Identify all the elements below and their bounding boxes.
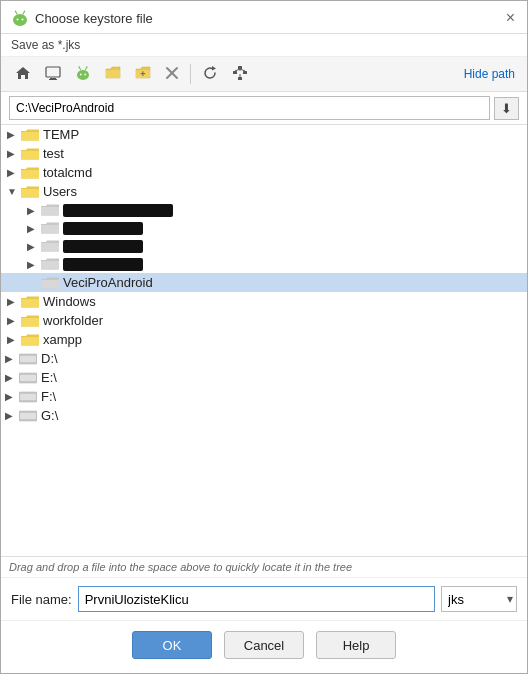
svg-rect-37 xyxy=(21,189,39,198)
filename-input[interactable] xyxy=(78,586,435,612)
tree-item-user2[interactable]: ▶ xyxy=(1,219,527,237)
delete-button[interactable] xyxy=(159,62,185,86)
svg-rect-34 xyxy=(21,132,39,141)
android-button[interactable] xyxy=(69,61,97,87)
svg-point-14 xyxy=(80,74,82,76)
tree-label-veciproandroid: VeciProAndroid xyxy=(63,275,153,290)
network-button[interactable] xyxy=(226,61,254,87)
folder-icon-workfolder xyxy=(21,314,39,328)
tree-item-test[interactable]: ▶ test xyxy=(1,144,527,163)
tree-arrow-windows: ▶ xyxy=(7,296,21,307)
folder-icon-xampp xyxy=(21,333,39,347)
tree-arrow-d: ▶ xyxy=(5,353,19,364)
tree-label-windows: Windows xyxy=(43,294,96,309)
tree-item-totalcmd[interactable]: ▶ totalcmd xyxy=(1,163,527,182)
refresh-icon xyxy=(202,65,218,81)
path-bar: ⬇ xyxy=(1,92,527,125)
folder-button[interactable] xyxy=(99,61,127,87)
svg-point-2 xyxy=(17,19,19,21)
cancel-button[interactable]: Cancel xyxy=(224,631,304,659)
tree-label-user2 xyxy=(63,222,143,235)
svg-rect-47 xyxy=(20,356,36,362)
svg-rect-51 xyxy=(20,394,36,400)
tree-arrow-g: ▶ xyxy=(5,410,19,421)
tree-item-g[interactable]: ▶ G:\ xyxy=(1,406,527,425)
tree-item-temp[interactable]: ▶ TEMP xyxy=(1,125,527,144)
drag-hint: Drag and drop a file into the space abov… xyxy=(1,557,527,578)
delete-icon xyxy=(165,66,179,80)
title-bar-left: Choose keystore file xyxy=(11,9,153,27)
svg-rect-49 xyxy=(20,375,36,381)
ok-button[interactable]: OK xyxy=(132,631,212,659)
extension-wrapper: jks keystore bks xyxy=(441,586,517,612)
path-input[interactable] xyxy=(9,96,490,120)
choose-keystore-dialog: Choose keystore file × Save as *.jks xyxy=(0,0,528,674)
folder-icon-windows xyxy=(21,295,39,309)
svg-rect-27 xyxy=(233,71,237,74)
close-button[interactable]: × xyxy=(504,10,517,26)
svg-rect-29 xyxy=(238,77,242,80)
new-folder-button[interactable]: + xyxy=(129,61,157,87)
svg-point-3 xyxy=(22,19,24,21)
svg-rect-45 xyxy=(21,337,39,346)
svg-rect-1 xyxy=(15,17,25,24)
tree-arrow-veciproandroid: ▶ xyxy=(27,277,41,288)
svg-point-6 xyxy=(15,10,17,12)
drive-icon-e xyxy=(19,371,37,385)
tree-item-d[interactable]: ▶ D:\ xyxy=(1,349,527,368)
folder-icon-veciproandroid xyxy=(41,276,59,290)
extension-select[interactable]: jks keystore bks xyxy=(441,586,517,612)
computer-button[interactable] xyxy=(39,61,67,87)
svg-rect-44 xyxy=(21,318,39,327)
folder-icon-users xyxy=(21,185,39,199)
svg-rect-53 xyxy=(20,413,36,419)
svg-point-7 xyxy=(24,10,26,12)
path-download-button[interactable]: ⬇ xyxy=(494,97,519,120)
tree-item-veciproandroid[interactable]: ▶ VeciProAndroid xyxy=(1,273,527,292)
drive-icon-d xyxy=(19,352,37,366)
tree-arrow-totalcmd: ▶ xyxy=(7,167,21,178)
tree-item-e[interactable]: ▶ E:\ xyxy=(1,368,527,387)
svg-rect-38 xyxy=(41,207,59,216)
svg-marker-25 xyxy=(212,66,216,71)
tree-label-f: F:\ xyxy=(41,389,56,404)
svg-rect-43 xyxy=(21,299,39,308)
home-icon xyxy=(15,65,31,81)
tree-arrow-temp: ▶ xyxy=(7,129,21,140)
svg-line-31 xyxy=(235,69,240,71)
folder-icon-totalcmd xyxy=(21,166,39,180)
svg-point-18 xyxy=(78,66,79,67)
action-row: OK Cancel Help xyxy=(1,621,527,673)
tree-item-workfolder[interactable]: ▶ workfolder xyxy=(1,311,527,330)
svg-rect-35 xyxy=(21,151,39,160)
svg-line-17 xyxy=(86,67,87,69)
svg-rect-36 xyxy=(21,170,39,179)
home-button[interactable] xyxy=(9,61,37,87)
tree-item-xampp[interactable]: ▶ xampp xyxy=(1,330,527,349)
tree-item-user3[interactable]: ▶ xyxy=(1,237,527,255)
tree-arrow-e: ▶ xyxy=(5,372,19,383)
hide-path-button[interactable]: Hide path xyxy=(460,65,519,83)
tree-item-user4[interactable]: ▶ xyxy=(1,255,527,273)
tree-arrow-users: ▼ xyxy=(7,186,21,197)
tree-item-f[interactable]: ▶ F:\ xyxy=(1,387,527,406)
tree-label-test: test xyxy=(43,146,64,161)
svg-point-15 xyxy=(84,74,86,76)
saveas-label: Save as *.jks xyxy=(11,38,80,52)
tree-arrow-workfolder: ▶ xyxy=(7,315,21,326)
folder-icon-user1 xyxy=(41,203,59,217)
file-tree[interactable]: ▶ TEMP ▶ test ▶ totalcmd xyxy=(1,125,527,557)
tree-arrow-user3: ▶ xyxy=(27,241,41,252)
tree-item-windows[interactable]: ▶ Windows xyxy=(1,292,527,311)
svg-rect-9 xyxy=(46,67,60,77)
svg-marker-8 xyxy=(16,67,30,79)
svg-rect-41 xyxy=(41,261,59,270)
folder-icon-user3 xyxy=(41,239,59,253)
new-folder-icon: + xyxy=(135,65,151,81)
refresh-button[interactable] xyxy=(196,61,224,87)
tree-item-users[interactable]: ▼ Users xyxy=(1,182,527,201)
tree-label-d: D:\ xyxy=(41,351,58,366)
tree-label-user1 xyxy=(63,204,173,217)
tree-item-user1[interactable]: ▶ xyxy=(1,201,527,219)
help-button[interactable]: Help xyxy=(316,631,396,659)
